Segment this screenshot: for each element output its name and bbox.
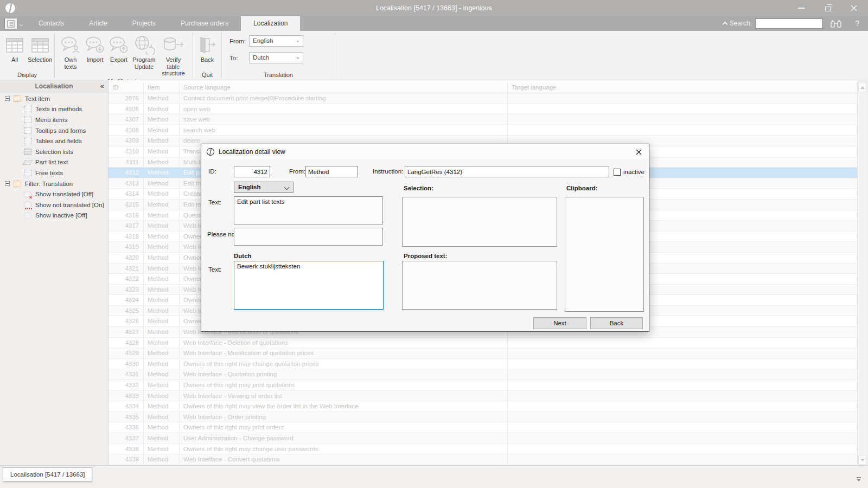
tree-item-texts-in-methods[interactable]: Texts in methods — [0, 104, 108, 115]
collapse-ribbon-chevron-up-icon[interactable] — [723, 22, 728, 27]
instruction-field[interactable] — [405, 166, 609, 177]
cell-item: Method — [143, 253, 179, 263]
scroll-up-button[interactable] — [858, 83, 866, 92]
table-header-row: IDItemSource languageTarget language — [108, 82, 857, 93]
cell-id: 4332 — [108, 380, 143, 390]
search-input[interactable] — [755, 18, 822, 29]
column-header-id[interactable]: ID — [108, 82, 143, 93]
tree-item-filter-translation[interactable]: Filter: Translation — [0, 178, 108, 189]
cell-id: 4333 — [108, 391, 143, 401]
tab-contacts[interactable]: Contacts — [26, 16, 76, 31]
cell-source-language: Owners of this right may print quotation… — [179, 380, 507, 390]
open-window-tab[interactable]: Localisation [5417 / 13663] — [3, 467, 92, 481]
source-language-select[interactable]: English — [234, 182, 293, 193]
tree-item-selection-lists[interactable]: Selection lists — [0, 146, 108, 157]
cell-id: 4328 — [108, 338, 143, 348]
scroll-down-button[interactable] — [858, 455, 866, 465]
column-header-source-language[interactable]: Source language — [179, 82, 507, 93]
selection-text-area[interactable] — [402, 197, 557, 247]
export-button[interactable]: Export — [107, 33, 131, 65]
inactive-checkbox[interactable] — [614, 169, 621, 176]
cell-item: Method — [143, 168, 179, 178]
speech-export-icon — [108, 36, 129, 54]
close-button[interactable] — [845, 0, 863, 16]
selection-button[interactable]: Selection — [26, 33, 54, 65]
cell-target-language — [507, 369, 857, 380]
back-button[interactable]: Back — [196, 33, 219, 65]
program-update-button[interactable]: Program Update — [131, 33, 157, 71]
dialog-close-button[interactable] — [633, 147, 644, 157]
group-modify-texts: Own texts Import — [55, 31, 193, 80]
cell-id: 4318 — [108, 232, 143, 242]
tree-item-show-translated-off[interactable]: Show translated [Off] — [0, 189, 108, 200]
note-text-area[interactable] — [234, 228, 383, 246]
next-button[interactable]: Next — [533, 317, 586, 329]
cell-id: 4324 — [108, 295, 143, 305]
column-header-target-language[interactable]: Target language — [507, 82, 857, 93]
tree-item-menu-items[interactable]: Menu items — [0, 114, 108, 125]
cell-item: Method — [143, 210, 179, 221]
tree-item-show-inactive-off[interactable]: Show inactive [Off] — [0, 210, 108, 221]
tree-item-show-not-translated-on[interactable]: Show not translated [On] — [0, 200, 108, 210]
menu-icon — [7, 20, 15, 28]
vertical-scrollbar[interactable] — [857, 82, 866, 465]
table-row-4330[interactable]: 4330MethodOwners of this right may chang… — [108, 359, 857, 370]
table-row-4308[interactable]: 4308Methodsearch web — [108, 125, 857, 136]
from-field[interactable] — [305, 166, 358, 177]
tree-item-tooltips-and-forms[interactable]: Tooltips and forms — [0, 125, 108, 136]
source-text-area[interactable]: Edit part list texts — [234, 196, 383, 224]
tree-item-label: Selection lists — [35, 149, 73, 155]
table-row-4331[interactable]: 4331MethodWeb Interface - Quotation prin… — [108, 369, 857, 380]
tree-item-free-texts[interactable]: Free texts — [0, 168, 108, 178]
table-row-4307[interactable]: 4307Methodsave web — [108, 114, 857, 125]
verify-table-structure-button[interactable]: Verify table structure — [157, 33, 189, 78]
clipboard-text-area[interactable] — [565, 197, 644, 312]
tree-item-text-item[interactable]: Text item — [0, 93, 108, 104]
table-row-3876[interactable]: 3876MethodContact document print merge{0… — [108, 93, 857, 104]
help-button[interactable]: ? — [855, 16, 859, 31]
import-button[interactable]: Import — [83, 33, 107, 65]
table-row-4333[interactable]: 4333MethodWeb Interface - Viewing of ord… — [108, 391, 857, 402]
tree-item-tables-and-fields[interactable]: Tables and fields — [0, 136, 108, 146]
back-button-dialog[interactable]: Back — [590, 317, 643, 329]
own-texts-button[interactable]: Own texts — [58, 33, 83, 71]
cell-id: 4327 — [108, 327, 143, 337]
binoculars-icon[interactable] — [830, 19, 842, 28]
cell-item: Method — [143, 401, 179, 412]
collapse-sidebar-icon[interactable]: « — [100, 80, 104, 92]
cell-target-language — [507, 444, 857, 454]
cell-source-language: save web — [179, 114, 507, 125]
target-text-area[interactable]: Bewerk stuklijstteksten — [234, 261, 384, 310]
to-language-select[interactable]: Dutch — [249, 52, 303, 63]
app-menu-button[interactable] — [4, 18, 17, 29]
folder-icon — [14, 95, 21, 102]
minimize-button[interactable] — [792, 0, 810, 16]
collapse-node-icon[interactable] — [5, 96, 10, 101]
restore-button[interactable] — [819, 0, 837, 16]
id-field[interactable] — [234, 166, 270, 177]
tab-purchase-orders[interactable]: Purchase orders — [168, 16, 241, 31]
tab-article[interactable]: Article — [76, 16, 119, 31]
cell-target-language — [507, 348, 857, 358]
tab-localization[interactable]: Localization — [241, 16, 300, 31]
table-row-4337[interactable]: 4337MethodUser Administration - Change p… — [108, 433, 857, 444]
table-row-4335[interactable]: 4335MethodWeb Interface - Order printing — [108, 412, 857, 423]
collapse-node-icon[interactable] — [5, 181, 10, 186]
table-row-4328[interactable]: 4328MethodWeb Interface - Deletion of qu… — [108, 338, 857, 349]
all-button[interactable]: All — [3, 33, 26, 65]
table-row-4332[interactable]: 4332MethodOwners of this right may print… — [108, 380, 857, 391]
table-row-4334[interactable]: 4334MethodOwners of this right may view … — [108, 401, 857, 412]
table-row-4306[interactable]: 4306Methodopen web — [108, 104, 857, 115]
cell-item: Method — [143, 178, 179, 189]
from-language-select[interactable]: English — [249, 35, 303, 47]
table-row-4336[interactable]: 4336MethodOwners of this right may print… — [108, 422, 857, 433]
table-row-4338[interactable]: 4338MethodOwners of this right may chang… — [108, 444, 857, 455]
tree-item-part-list-text[interactable]: Part list text — [0, 157, 108, 168]
table-row-4339[interactable]: 4339MethodWeb Interface - Convert quotat… — [108, 454, 857, 465]
tab-projects[interactable]: Projects — [120, 16, 168, 31]
cell-item: Method — [143, 146, 179, 157]
table-row-4329[interactable]: 4329MethodWeb Interface - Modification o… — [108, 348, 857, 359]
chevron-down-icon[interactable] — [857, 479, 861, 484]
proposed-text-area[interactable] — [402, 261, 557, 310]
column-header-item[interactable]: Item — [143, 82, 179, 93]
